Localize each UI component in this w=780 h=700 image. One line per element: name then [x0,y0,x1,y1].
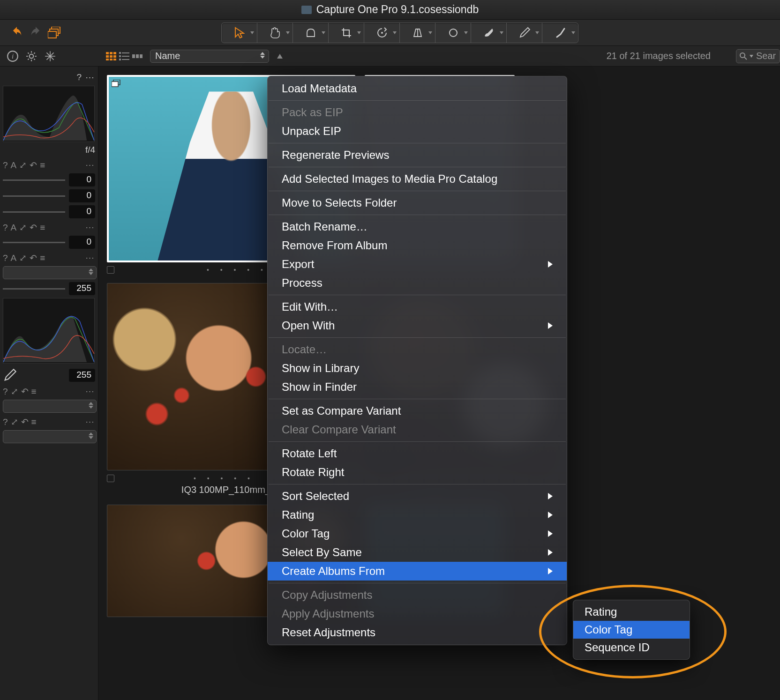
snowflake-icon[interactable] [44,50,56,62]
cursor-tools [221,22,578,43]
menu-item[interactable]: Show in Library [268,359,567,378]
variant-badge-icon [112,80,122,88]
svg-point-4 [450,29,457,37]
app-icon [301,6,312,14]
slider-value[interactable]: 255 [69,369,95,382]
keystone-tool[interactable] [400,23,435,43]
erase-tool[interactable] [542,23,578,43]
filmstrip-view-button[interactable] [131,51,143,61]
loupe-tool[interactable] [293,23,329,43]
search-input[interactable]: Sear [736,49,780,63]
svg-rect-19 [119,55,121,57]
window-title: Capture One Pro 9.1.cosessiondb [316,3,479,16]
pan-tool[interactable] [257,23,293,43]
checkbox[interactable] [107,266,114,274]
menu-item[interactable]: Unpack EIP [268,122,567,141]
menu-item[interactable]: Reset Adjustments [268,623,567,642]
svg-rect-12 [110,55,112,58]
browser-toolbar: i Name 21 of 21 images selected Sear [0,46,780,67]
variants-icon[interactable] [48,27,62,39]
submenu-item[interactable]: Sequence ID [573,639,690,656]
menu-item[interactable]: Open With [268,316,567,335]
menu-item[interactable]: Export [268,255,567,274]
menu-item[interactable]: Remove From Album [268,236,567,255]
svg-rect-20 [122,56,129,57]
brush-tool[interactable] [471,23,507,43]
menu-item[interactable]: Create Albums From [268,562,567,581]
menu-item[interactable]: Rating [268,506,567,524]
tool-sidebar: ?⋯ f/4 ?A⤢↶≡⋯ 0 0 0 ?A⤢↶≡⋯ 0 ?A⤢↶≡⋯ 255 [0,67,98,700]
svg-rect-22 [122,59,129,60]
panel-header: ?A⤢↶≡⋯ [3,222,95,233]
svg-point-3 [381,32,383,34]
svg-rect-9 [110,52,112,54]
sort-select[interactable]: Name [150,50,269,63]
main-toolbar [0,20,780,46]
menu-item[interactable]: Set as Compare Variant [268,402,567,420]
menu-item: Clear Compare Variant [268,420,567,439]
svg-rect-10 [113,52,116,54]
menu-item[interactable]: Rotate Right [268,463,567,482]
svg-point-7 [30,54,34,58]
submenu: RatingColor TagSequence ID [573,600,690,660]
submenu-item[interactable]: Rating [573,603,690,621]
panel-header: ?A⤢↶≡⋯ [3,160,95,171]
menu-item[interactable]: Batch Rename… [268,217,567,236]
redo-icon[interactable] [29,26,42,39]
checkbox[interactable] [107,475,114,482]
menu-item[interactable]: Edit With… [268,298,567,316]
menu-item[interactable]: Rotate Left [268,444,567,463]
svg-rect-2 [48,31,56,38]
slider-value[interactable]: 0 [69,236,95,249]
histogram [3,86,95,142]
levels-histogram [3,298,95,364]
svg-text:i: i [12,52,14,60]
picker-tool[interactable] [507,23,542,43]
panel-header: ?A⤢↶≡⋯ [3,253,95,263]
eyedropper-icon[interactable] [3,368,17,382]
slider-value[interactable]: 255 [69,282,95,295]
svg-rect-13 [113,55,116,58]
svg-rect-25 [140,54,142,58]
svg-point-26 [740,53,745,58]
svg-rect-11 [106,55,109,58]
menu-item[interactable]: Process [268,274,567,292]
rotate-tool[interactable] [364,23,400,43]
menu-item[interactable]: Add Selected Images to Media Pro Catalog [268,170,567,188]
menu-item[interactable]: Load Metadata [268,79,567,98]
aperture-value: f/4 [3,145,95,155]
channel-select[interactable] [3,266,97,279]
spot-tool[interactable] [435,23,471,43]
undo-icon[interactable] [10,26,23,39]
menu-item[interactable]: Sort Selected [268,487,567,506]
gear-icon[interactable] [25,50,38,62]
context-menu: Load MetadataPack as EIPUnpack EIPRegene… [267,76,567,645]
svg-rect-17 [119,52,121,54]
preset-select[interactable] [3,400,97,413]
menu-item[interactable]: Show in Finder [268,378,567,396]
svg-rect-21 [119,59,121,60]
crop-tool[interactable] [329,23,364,43]
preset-select[interactable] [3,430,97,443]
panel-header: ?⤢↶≡⋯ [3,386,95,397]
svg-rect-29 [112,82,118,87]
submenu-item[interactable]: Color Tag [573,621,690,639]
grid-view-button[interactable] [105,51,117,61]
svg-rect-8 [106,52,109,54]
list-view-button[interactable] [118,51,130,61]
menu-item[interactable]: Select By Same [268,543,567,562]
help-icon[interactable]: ? [76,72,82,83]
menu-item[interactable]: Color Tag [268,524,567,543]
svg-line-27 [744,57,747,60]
panel-menu-icon[interactable]: ⋯ [85,72,94,83]
slider-value[interactable]: 0 [69,173,95,186]
menu-item[interactable]: Move to Selects Folder [268,194,567,212]
select-tool[interactable] [222,23,257,43]
info-icon[interactable]: i [7,50,19,62]
menu-item[interactable]: Regenerate Previews [268,146,567,164]
slider-value[interactable]: 0 [69,189,95,202]
slider-value[interactable]: 0 [69,205,95,218]
sort-direction-icon[interactable] [276,52,284,60]
search-placeholder: Sear [756,51,776,61]
sort-field: Name [155,51,180,61]
